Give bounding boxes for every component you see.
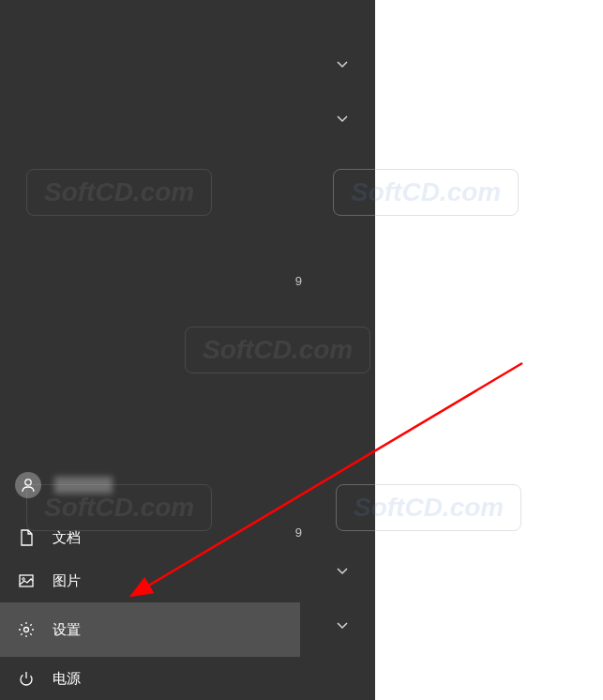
sidebar-item-power[interactable]: 电源 bbox=[0, 657, 300, 700]
sidebar-item-label: 文档 bbox=[53, 529, 81, 547]
chevron-down-icon[interactable] bbox=[336, 619, 349, 636]
sidebar-item-label: 图片 bbox=[53, 572, 81, 590]
sidebar-item-settings[interactable]: 设置 bbox=[0, 602, 300, 657]
partial-number: 9 bbox=[295, 274, 302, 288]
watermark: SoftCD.com bbox=[336, 484, 521, 531]
document-icon bbox=[17, 528, 36, 547]
watermark: SoftCD.com bbox=[26, 484, 212, 531]
sidebar-item-pictures[interactable]: 图片 bbox=[0, 559, 300, 602]
watermark: SoftCD.com bbox=[185, 327, 370, 373]
sidebar-item-label: 电源 bbox=[53, 670, 81, 688]
svg-point-2 bbox=[23, 578, 25, 581]
sidebar-item-label: 设置 bbox=[53, 621, 81, 639]
settings-icon bbox=[17, 620, 36, 639]
svg-point-3 bbox=[24, 628, 29, 632]
start-menu: 9 9 文档 图片 bbox=[0, 0, 375, 700]
svg-rect-1 bbox=[20, 575, 33, 586]
pictures-icon bbox=[17, 571, 36, 590]
chevron-down-icon[interactable] bbox=[336, 565, 349, 582]
chevron-down-icon[interactable] bbox=[336, 113, 349, 129]
power-icon bbox=[17, 669, 36, 688]
watermark: SoftCD.com bbox=[26, 169, 212, 216]
chevron-down-icon[interactable] bbox=[336, 58, 349, 75]
watermark: SoftCD.com bbox=[333, 169, 519, 216]
